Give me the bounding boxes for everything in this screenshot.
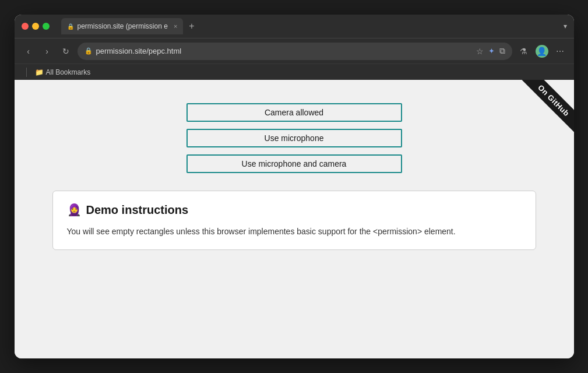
use-microphone-camera-button[interactable]: Use microphone and camera (186, 154, 402, 173)
folder-icon: 📁 (35, 68, 44, 76)
tab-close-button[interactable]: × (174, 23, 177, 30)
tab-favicon: 🔒 (67, 23, 74, 30)
url-text: permission.site/pepc.html (96, 47, 473, 55)
camera-allowed-button[interactable]: Camera allowed (186, 103, 402, 122)
page-content: On GitHub Camera allowed Use microphone … (15, 80, 574, 358)
permission-buttons: Camera allowed Use microphone Use microp… (186, 103, 402, 173)
extensions-icon[interactable]: ⧉ (499, 46, 505, 56)
use-microphone-button[interactable]: Use microphone (186, 129, 402, 147)
bookmarks-divider (26, 68, 27, 77)
nav-bar: ‹ › ↻ 🔒 permission.site/pepc.html ☆ ✦ ⧉ … (15, 38, 574, 64)
star-icon[interactable]: ☆ (476, 47, 484, 56)
browser-window: 🔒 permission.site (permission e × + ▾ ‹ … (15, 15, 574, 358)
back-button[interactable]: ‹ (22, 44, 36, 58)
lock-icon: 🔒 (84, 47, 93, 55)
new-tab-button[interactable]: + (185, 21, 198, 31)
nav-actions: ⚗ 👤 ⋯ (517, 44, 567, 58)
reload-button[interactable]: ↻ (59, 44, 73, 58)
avatar[interactable]: 👤 (536, 45, 548, 58)
more-menu-icon[interactable]: ⋯ (553, 44, 567, 58)
all-bookmarks-button[interactable]: 📁 All Bookmarks (31, 67, 94, 78)
minimize-button[interactable] (32, 23, 39, 30)
forward-button[interactable]: › (40, 44, 54, 58)
address-actions: ☆ ✦ ⧉ (476, 46, 505, 56)
title-bar: 🔒 permission.site (permission e × + ▾ (15, 15, 574, 38)
maximize-button[interactable] (43, 23, 50, 30)
bookmarks-bar: 📁 All Bookmarks (15, 64, 574, 80)
close-button[interactable] (22, 23, 29, 30)
demo-instructions-box: 🧕 Demo instructions You will see empty r… (52, 191, 536, 250)
bookmarks-label: All Bookmarks (46, 68, 91, 76)
magic-icon[interactable]: ✦ (488, 47, 495, 55)
tab-title: permission.site (permission e (78, 22, 168, 30)
demo-emoji: 🧕 (67, 203, 82, 217)
tab-chevron-icon[interactable]: ▾ (564, 22, 567, 30)
tab-bar: 🔒 permission.site (permission e × + (61, 18, 559, 34)
address-bar[interactable]: 🔒 permission.site/pepc.html ☆ ✦ ⧉ (78, 43, 512, 60)
demo-body-text: You will see empty rectangles unless thi… (67, 225, 522, 238)
demo-title-text: Demo instructions (86, 203, 189, 217)
github-ribbon-label: On GitHub (519, 80, 573, 135)
lab-icon[interactable]: ⚗ (517, 44, 531, 58)
github-ribbon[interactable]: On GitHub (498, 80, 574, 156)
active-tab[interactable]: 🔒 permission.site (permission e × (61, 18, 184, 34)
demo-title: 🧕 Demo instructions (67, 203, 522, 217)
traffic-lights (22, 23, 50, 30)
